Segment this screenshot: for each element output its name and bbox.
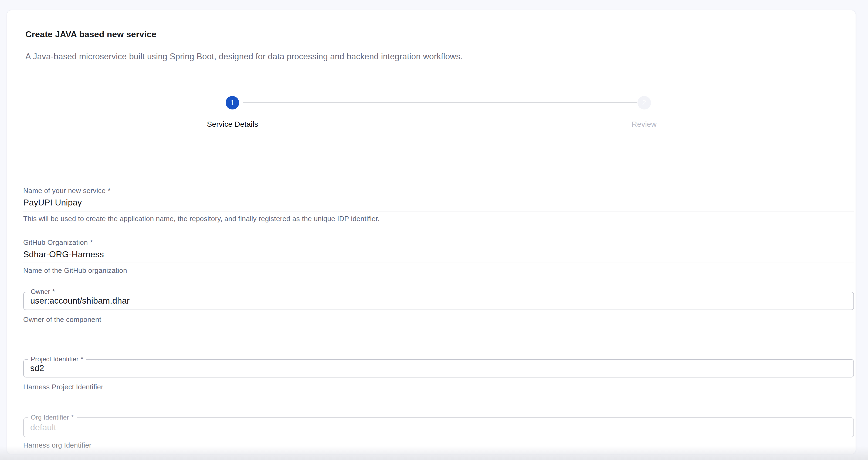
step-review: 2 Review <box>438 96 850 128</box>
stepper-connector-line <box>243 102 637 103</box>
page-viewport: Create JAVA based new service A Java-bas… <box>0 0 868 460</box>
step-service-details: 1 Service Details <box>27 96 438 128</box>
owner-helper: Owner of the component <box>23 316 854 324</box>
step-1-indicator: 1 <box>226 96 239 109</box>
github-org-field: GitHub Organization* Name of the GitHub … <box>23 238 854 275</box>
stepper: 1 Service Details 2 Review <box>27 96 850 128</box>
required-asterisk: * <box>90 238 93 246</box>
org-identifier-label: Org Identifier* <box>28 414 76 422</box>
create-service-card: Create JAVA based new service A Java-bas… <box>7 10 856 454</box>
github-org-input[interactable] <box>23 250 854 263</box>
required-asterisk: * <box>108 186 111 194</box>
page-description: A Java-based microservice built using Sp… <box>25 52 463 61</box>
required-asterisk: * <box>52 288 55 296</box>
project-identifier-helper: Harness Project Identifier <box>23 383 854 391</box>
org-identifier-input[interactable] <box>24 418 854 437</box>
service-name-input[interactable] <box>23 198 854 211</box>
project-identifier-input[interactable] <box>24 359 854 377</box>
org-identifier-helper: Harness org Identifier <box>23 441 854 450</box>
service-name-helper: This will be used to create the applicat… <box>23 215 854 223</box>
owner-label: Owner* <box>28 288 58 296</box>
github-org-label: GitHub Organization* <box>23 238 854 247</box>
service-name-label: Name of your new service* <box>23 186 854 195</box>
step-2-label: Review <box>631 120 657 128</box>
step-2-number: 2 <box>642 99 646 107</box>
step-2-indicator: 2 <box>638 96 651 109</box>
service-name-field: Name of your new service* This will be u… <box>23 186 854 223</box>
owner-field-box: Owner* <box>23 292 854 310</box>
step-1-label: Service Details <box>207 120 258 128</box>
owner-input[interactable] <box>24 292 854 309</box>
project-identifier-label: Project Identifier* <box>28 355 86 363</box>
required-asterisk: * <box>71 414 74 421</box>
page-title: Create JAVA based new service <box>25 29 156 39</box>
org-identifier-field-box: Org Identifier* <box>23 417 854 437</box>
step-1-number: 1 <box>230 99 235 107</box>
required-asterisk: * <box>81 355 84 363</box>
project-identifier-field-box: Project Identifier* <box>23 359 854 377</box>
github-org-helper: Name of the GitHub organization <box>23 266 854 275</box>
